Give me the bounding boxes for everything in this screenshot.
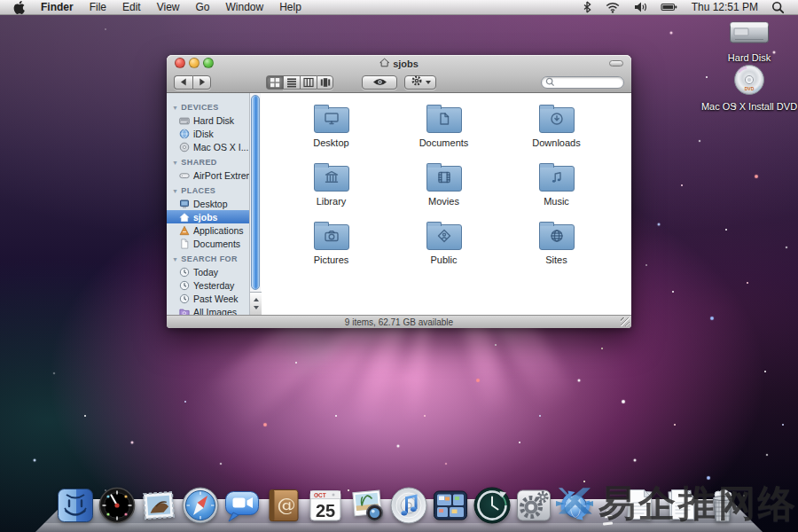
dock-item-time-machine[interactable] xyxy=(472,485,512,526)
search-input[interactable] xyxy=(557,77,619,87)
folder-label: Music xyxy=(544,196,569,207)
sidebar-item-mac-os-x-i[interactable]: Mac OS X I... xyxy=(167,140,249,153)
menu-file[interactable]: File xyxy=(82,0,114,15)
dock-item-system-preferences[interactable] xyxy=(513,485,554,526)
toolbar-toggle-button[interactable] xyxy=(609,60,623,66)
svg-text:@: @ xyxy=(278,495,296,516)
disclosure-triangle-icon[interactable]: ▼ xyxy=(172,160,178,166)
sidebar-item-yesterday[interactable]: Yesterday xyxy=(167,278,249,292)
desktop-icon-hard-disk[interactable]: Hard Disk xyxy=(714,18,785,51)
menu-bar-clock[interactable]: Thu 12:51 PM xyxy=(685,1,765,13)
menu-finder[interactable]: Finder xyxy=(33,0,82,15)
folder-sites[interactable]: Sites xyxy=(500,221,613,279)
battery-icon[interactable] xyxy=(654,1,685,13)
folder-label: Sites xyxy=(545,254,567,265)
quick-look-button[interactable] xyxy=(362,75,397,90)
disclosure-triangle-icon[interactable]: ▼ xyxy=(172,188,178,194)
folder-movies[interactable]: Movies xyxy=(387,162,500,221)
folder-library[interactable]: Library xyxy=(275,162,387,221)
sidebar-item-label: Hard Disk xyxy=(193,115,234,126)
home-icon xyxy=(179,212,190,223)
dock-item-address-book[interactable]: @ xyxy=(263,485,304,526)
dock-item-software-update[interactable] xyxy=(555,485,596,526)
globe-emblem-icon xyxy=(548,229,566,246)
zoom-button[interactable] xyxy=(203,58,214,68)
sidebar-item-desktop[interactable]: Desktop xyxy=(167,197,249,210)
menu-window[interactable]: Window xyxy=(218,0,272,15)
sidebar-item-past-week[interactable]: Past Week xyxy=(167,292,249,305)
folder-label: Movies xyxy=(428,196,459,207)
close-button[interactable] xyxy=(175,58,185,68)
scroll-up-arrow[interactable] xyxy=(254,298,259,301)
spotlight-icon[interactable] xyxy=(765,1,791,14)
status-bar: 9 items, 62.71 GB available xyxy=(167,315,631,328)
gear-icon xyxy=(411,74,423,90)
folder-desktop[interactable]: Desktop xyxy=(275,104,387,162)
list-view-button[interactable] xyxy=(283,75,300,90)
window-titlebar[interactable]: sjobs xyxy=(167,55,631,71)
sidebar-item-today[interactable]: Today xyxy=(167,265,249,278)
folder-public[interactable]: Public xyxy=(387,221,500,279)
search-icon xyxy=(545,74,555,90)
sidebar-section-title: PLACES xyxy=(181,186,215,195)
coverflow-view-button[interactable] xyxy=(317,75,333,90)
dock-item-spaces[interactable] xyxy=(430,485,471,526)
menu-view[interactable]: View xyxy=(149,0,188,15)
folder-label: Documents xyxy=(419,137,469,148)
disc-icon xyxy=(179,142,190,153)
menu-edit[interactable]: Edit xyxy=(114,0,149,15)
action-menu-button[interactable] xyxy=(404,75,436,90)
apple-menu[interactable] xyxy=(7,0,33,14)
sidebar: ▼DEVICESHard DiskiDiskMac OS X I...▼SHAR… xyxy=(167,93,249,315)
menu-help[interactable]: Help xyxy=(271,0,309,15)
dock-item-itunes[interactable] xyxy=(388,485,429,526)
bluetooth-icon[interactable] xyxy=(575,0,598,14)
disclosure-triangle-icon[interactable]: ▼ xyxy=(172,256,178,262)
back-button[interactable] xyxy=(174,75,192,90)
dock-item-ichat[interactable] xyxy=(222,485,262,526)
sidebar-item-airport-extreme[interactable]: AirPort Extreme xyxy=(167,168,249,182)
airport-icon xyxy=(179,170,190,181)
volume-icon[interactable] xyxy=(627,1,654,13)
folder-downloads[interactable]: Downloads xyxy=(500,104,613,162)
icon-view-button[interactable] xyxy=(266,75,283,90)
status-text: 9 items, 62.71 GB available xyxy=(345,317,453,327)
dock-item-dashboard[interactable] xyxy=(97,485,137,526)
menu-go[interactable]: Go xyxy=(188,0,218,15)
sidebar-item-sjobs[interactable]: sjobs xyxy=(167,210,249,223)
dock-item-documents-stack[interactable] xyxy=(619,485,660,526)
folder-music[interactable]: Music xyxy=(500,162,613,221)
folder-label: Pictures xyxy=(314,254,349,265)
folder-documents[interactable]: Documents xyxy=(387,104,500,162)
wifi-icon[interactable] xyxy=(598,1,627,13)
folder-icon xyxy=(314,166,349,192)
desktop-icon-mac-os-x-install-dvd[interactable]: DVDMac OS X Install DVD xyxy=(714,64,785,100)
minimize-button[interactable] xyxy=(189,58,200,68)
sidebar-item-label: sjobs xyxy=(193,212,217,223)
dock: @OCT25 xyxy=(0,470,798,532)
dock-item-safari[interactable] xyxy=(180,485,221,526)
sidebar-item-documents[interactable]: Documents xyxy=(167,237,249,250)
sidebar-item-all-images[interactable]: All Images xyxy=(167,305,249,315)
idisk-icon xyxy=(179,129,190,139)
scrollbar-thumb[interactable] xyxy=(251,95,260,290)
folder-icon xyxy=(314,107,349,133)
sidebar-item-idisk[interactable]: iDisk xyxy=(167,127,249,140)
scroll-down-arrow[interactable] xyxy=(254,306,259,309)
folder-pictures[interactable]: Pictures xyxy=(275,221,387,279)
dock-item-downloads-stack[interactable] xyxy=(661,485,701,526)
sidebar-item-applications[interactable]: Applications xyxy=(167,223,249,237)
disclosure-triangle-icon[interactable]: ▼ xyxy=(172,105,178,111)
column-view-button[interactable] xyxy=(300,75,317,90)
forward-button[interactable] xyxy=(192,75,211,90)
search-field[interactable] xyxy=(541,76,624,89)
dock-item-iphoto[interactable] xyxy=(347,485,387,526)
dock-item-finder[interactable] xyxy=(55,485,96,526)
sidebar-item-hard-disk[interactable]: Hard Disk xyxy=(167,113,249,127)
resize-grip[interactable] xyxy=(621,317,630,326)
dock-item-ical[interactable]: OCT25 xyxy=(305,485,346,526)
dock-item-trash[interactable] xyxy=(702,485,743,526)
smart-folder-icon xyxy=(179,307,190,316)
sidebar-item-label: All Images xyxy=(193,307,237,316)
dock-item-mail[interactable] xyxy=(138,485,179,526)
